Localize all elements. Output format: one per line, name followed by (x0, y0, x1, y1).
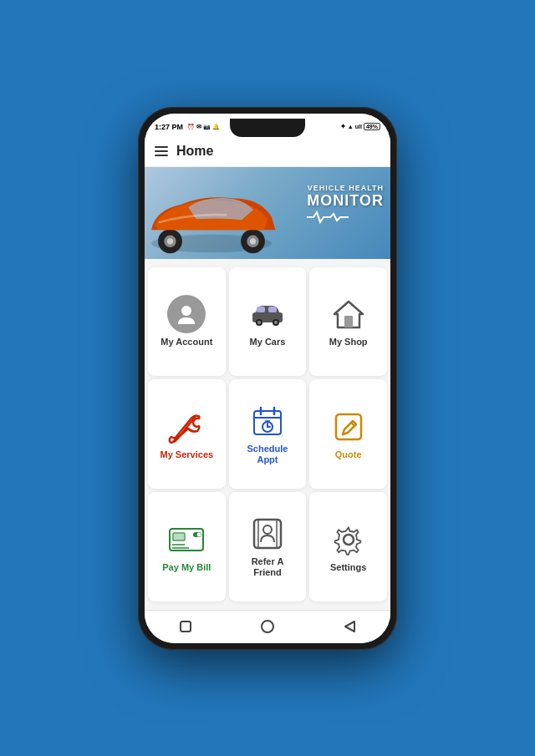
svg-rect-30 (172, 532, 186, 541)
schedule-appt-item[interactable]: Schedule Appt (229, 379, 307, 489)
refer-icon (248, 515, 287, 553)
my-shop-item[interactable]: My Shop (309, 267, 387, 377)
svg-point-3 (167, 238, 173, 244)
my-account-item[interactable]: My Account (148, 267, 226, 377)
banner: VEHICLE HEALTH MONITOR (145, 167, 390, 259)
car-banner-image (145, 175, 287, 259)
home-grid: My Account My Cars (145, 259, 390, 610)
notch (230, 119, 305, 137)
calendar-icon (248, 402, 287, 440)
house-icon (329, 295, 368, 333)
svg-rect-16 (344, 316, 353, 327)
back-nav-button[interactable] (338, 615, 361, 638)
svg-point-13 (257, 321, 261, 324)
svg-rect-27 (336, 414, 361, 439)
wifi-icon: ull (355, 124, 362, 129)
my-cars-item[interactable]: My Cars (229, 267, 307, 377)
heartbeat-icon (307, 210, 349, 225)
time-display: 1:27 PM (155, 123, 183, 131)
status-notification-icons: ⏰ ✉ 📷 🔔 (187, 124, 220, 130)
my-account-label: My Account (160, 337, 212, 348)
banner-line1: VEHICLE HEALTH (307, 184, 384, 192)
home-nav-button[interactable] (256, 615, 279, 638)
battery-icon: 49% (364, 123, 380, 130)
bluetooth-icon: ✦ (340, 123, 346, 130)
square-icon (179, 620, 192, 633)
car-icon (248, 295, 287, 333)
phone-screen: 1:27 PM ⏰ ✉ 📷 🔔 ✦ ▲ ull 49% Home (145, 114, 390, 643)
quote-item[interactable]: Quote (309, 379, 387, 489)
svg-point-33 (197, 532, 201, 536)
svg-rect-9 (257, 307, 265, 312)
settings-item[interactable]: Settings (309, 492, 387, 601)
triangle-icon (343, 620, 356, 633)
person-icon (167, 295, 206, 333)
refer-a-friend-item[interactable]: Refer A Friend (229, 492, 307, 601)
top-app-bar: Home (145, 137, 390, 167)
page-title: Home (176, 144, 213, 159)
my-services-label: My Services (160, 449, 214, 460)
schedule-appt-label: Schedule Appt (247, 444, 288, 465)
my-shop-label: My Shop (329, 337, 368, 348)
svg-point-7 (181, 306, 191, 316)
circle-icon (260, 619, 275, 634)
card-icon (167, 520, 206, 559)
svg-point-42 (262, 621, 273, 632)
hamburger-menu-button[interactable] (155, 146, 168, 156)
svg-point-39 (263, 525, 272, 534)
signal-icon: ▲ (348, 124, 354, 129)
my-cars-label: My Cars (250, 337, 286, 348)
banner-line2: MONITOR (307, 192, 384, 210)
settings-label: Settings (330, 562, 366, 573)
wrench-icon (167, 408, 206, 446)
refer-a-friend-label: Refer A Friend (252, 556, 284, 578)
pay-my-bill-item[interactable]: Pay My Bill (148, 492, 226, 601)
quote-icon (329, 408, 368, 446)
svg-marker-43 (345, 622, 354, 632)
svg-point-14 (274, 321, 278, 324)
svg-line-17 (176, 415, 196, 440)
my-services-item[interactable]: My Services (148, 379, 226, 489)
svg-point-6 (250, 238, 256, 244)
bottom-navigation (145, 610, 390, 643)
quote-label: Quote (335, 449, 362, 460)
banner-text-block: VEHICLE HEALTH MONITOR (307, 184, 384, 225)
svg-rect-10 (268, 307, 277, 312)
square-nav-button[interactable] (174, 615, 197, 638)
phone-frame: 1:27 PM ⏰ ✉ 📷 🔔 ✦ ▲ ull 49% Home (138, 107, 397, 650)
svg-point-40 (344, 535, 354, 545)
svg-line-18 (173, 440, 176, 442)
pay-my-bill-label: Pay My Bill (162, 562, 211, 573)
svg-rect-41 (181, 622, 191, 632)
gear-icon (329, 520, 368, 559)
